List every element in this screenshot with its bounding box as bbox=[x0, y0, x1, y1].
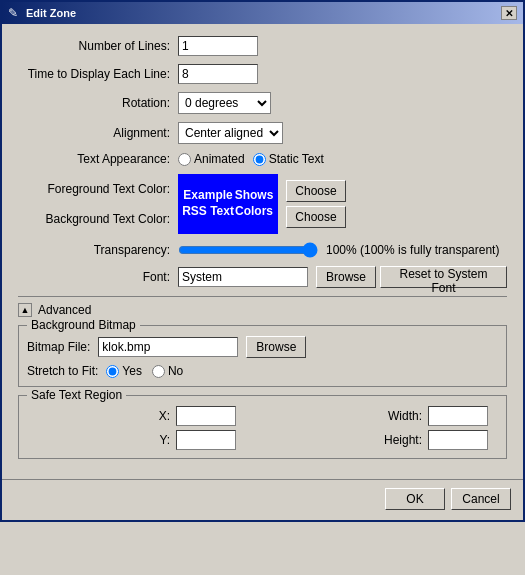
divider bbox=[18, 296, 507, 297]
rotation-label: Rotation: bbox=[18, 96, 178, 110]
title-bar: ✎ Edit Zone ✕ bbox=[2, 2, 523, 24]
text-appearance-control: Animated Static Text bbox=[178, 152, 507, 166]
color-preview-container: Example RSS Text Shows Colors Choose Cho… bbox=[178, 174, 507, 234]
alignment-row: Alignment: Center aligned Left aligned R… bbox=[18, 122, 507, 144]
transparency-control: 100% (100% is fully transparent) bbox=[178, 242, 507, 258]
x-input[interactable] bbox=[176, 406, 236, 426]
transparency-row: Transparency: 100% (100% is fully transp… bbox=[18, 242, 507, 258]
y-input[interactable] bbox=[176, 430, 236, 450]
width-input[interactable] bbox=[428, 406, 488, 426]
stretch-row: Stretch to Fit: Yes No bbox=[27, 364, 498, 378]
animated-label: Animated bbox=[194, 152, 245, 166]
advanced-header[interactable]: ▲ Advanced bbox=[18, 303, 507, 317]
static-radio[interactable] bbox=[253, 153, 266, 166]
browse-bitmap-button[interactable]: Browse bbox=[246, 336, 306, 358]
reset-font-button[interactable]: Reset to System Font bbox=[380, 266, 507, 288]
stretch-no-radio[interactable] bbox=[152, 365, 165, 378]
number-of-lines-row: Number of Lines: bbox=[18, 36, 507, 56]
advanced-label: Advanced bbox=[38, 303, 91, 317]
x-label: X: bbox=[27, 409, 170, 423]
window-icon: ✎ bbox=[8, 6, 22, 20]
time-to-display-row: Time to Display Each Line: bbox=[18, 64, 507, 84]
stretch-label: Stretch to Fit: bbox=[27, 364, 98, 378]
number-of-lines-label: Number of Lines: bbox=[18, 39, 178, 53]
title-bar-left: ✎ Edit Zone bbox=[8, 6, 76, 20]
rotation-select[interactable]: 0 degrees 90 degrees 180 degrees 270 deg… bbox=[178, 92, 271, 114]
window-title: Edit Zone bbox=[26, 7, 76, 19]
time-to-display-input[interactable] bbox=[178, 64, 258, 84]
font-control: Browse Reset to System Font bbox=[178, 266, 507, 288]
close-button[interactable]: ✕ bbox=[501, 6, 517, 20]
font-row: Font: Browse Reset to System Font bbox=[18, 266, 507, 288]
safe-text-region-content: X: Width: Y: Height: bbox=[27, 406, 498, 450]
stretch-yes-text: Yes bbox=[122, 364, 142, 378]
bitmap-file-input[interactable] bbox=[98, 337, 238, 357]
text-appearance-label: Text Appearance: bbox=[18, 152, 178, 166]
y-label: Y: bbox=[27, 433, 170, 447]
color-labels: Foreground Text Color: Background Text C… bbox=[18, 174, 178, 234]
bitmap-file-row: Bitmap File: Browse bbox=[27, 336, 498, 358]
edit-zone-window: ✎ Edit Zone ✕ Number of Lines: Time to D… bbox=[0, 0, 525, 522]
height-label: Height: bbox=[252, 433, 422, 447]
number-of-lines-input[interactable] bbox=[178, 36, 258, 56]
static-label: Static Text bbox=[269, 152, 324, 166]
browse-font-button[interactable]: Browse bbox=[316, 266, 376, 288]
color-preview: Example RSS Text Shows Colors bbox=[178, 174, 278, 234]
background-bitmap-title: Background Bitmap bbox=[27, 318, 140, 332]
safe-text-region-title: Safe Text Region bbox=[27, 388, 126, 402]
example-text-line1: Example RSS Text bbox=[182, 188, 234, 219]
transparency-slider[interactable] bbox=[178, 242, 318, 258]
dialog-buttons: OK Cancel bbox=[2, 479, 523, 520]
alignment-label: Alignment: bbox=[18, 126, 178, 140]
background-bitmap-content: Bitmap File: Browse Stretch to Fit: Yes … bbox=[27, 336, 498, 378]
rotation-control: 0 degrees 90 degrees 180 degrees 270 deg… bbox=[178, 92, 507, 114]
collapse-icon[interactable]: ▲ bbox=[18, 303, 32, 317]
background-bitmap-group: Background Bitmap Bitmap File: Browse St… bbox=[18, 325, 507, 387]
bitmap-file-label: Bitmap File: bbox=[27, 340, 90, 354]
width-label: Width: bbox=[252, 409, 422, 423]
font-label: Font: bbox=[18, 270, 178, 284]
ok-button[interactable]: OK bbox=[385, 488, 445, 510]
stretch-no-label[interactable]: No bbox=[152, 364, 183, 378]
safe-text-grid: X: Width: Y: Height: bbox=[27, 406, 498, 450]
choose-fg-button[interactable]: Choose bbox=[286, 180, 346, 202]
stretch-yes-label[interactable]: Yes bbox=[106, 364, 142, 378]
stretch-yes-radio[interactable] bbox=[106, 365, 119, 378]
alignment-control: Center aligned Left aligned Right aligne… bbox=[178, 122, 507, 144]
font-buttons: Browse Reset to System Font bbox=[316, 266, 507, 288]
cancel-button[interactable]: Cancel bbox=[451, 488, 511, 510]
safe-text-region-group: Safe Text Region X: Width: Y: Height: bbox=[18, 395, 507, 459]
color-section: Foreground Text Color: Background Text C… bbox=[18, 174, 507, 234]
number-of-lines-control bbox=[178, 36, 507, 56]
choose-buttons: Choose Choose bbox=[286, 174, 346, 234]
transparency-label: Transparency: bbox=[18, 243, 178, 257]
text-appearance-row: Text Appearance: Animated Static Text bbox=[18, 152, 507, 166]
animated-radio-label[interactable]: Animated bbox=[178, 152, 245, 166]
animated-radio[interactable] bbox=[178, 153, 191, 166]
dialog-content: Number of Lines: Time to Display Each Li… bbox=[2, 24, 523, 479]
static-radio-label[interactable]: Static Text bbox=[253, 152, 324, 166]
stretch-no-text: No bbox=[168, 364, 183, 378]
foreground-color-label: Foreground Text Color: bbox=[18, 174, 178, 204]
time-to-display-label: Time to Display Each Line: bbox=[18, 67, 178, 81]
font-input[interactable] bbox=[178, 267, 308, 287]
height-input[interactable] bbox=[428, 430, 488, 450]
choose-bg-button[interactable]: Choose bbox=[286, 206, 346, 228]
rotation-row: Rotation: 0 degrees 90 degrees 180 degre… bbox=[18, 92, 507, 114]
alignment-select[interactable]: Center aligned Left aligned Right aligne… bbox=[178, 122, 283, 144]
transparency-value-text: 100% (100% is fully transparent) bbox=[326, 243, 499, 257]
example-text-line2: Shows Colors bbox=[234, 188, 274, 219]
background-color-label: Background Text Color: bbox=[18, 204, 178, 234]
time-to-display-control bbox=[178, 64, 507, 84]
